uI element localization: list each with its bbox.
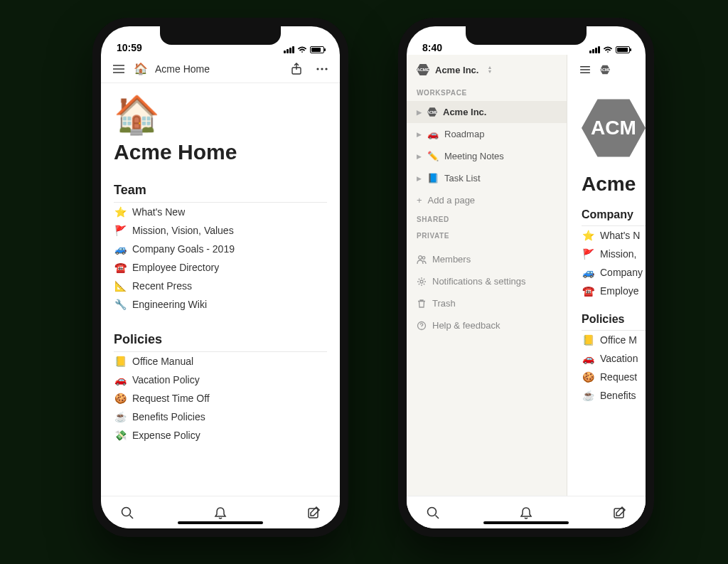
breadcrumb-title[interactable]: Acme Home [155,63,210,75]
sidebar-trash[interactable]: Trash [407,292,567,314]
page-link[interactable]: 🍪Request Time Off [114,389,327,408]
sidebar-item-label: Meeting Notes [444,151,504,161]
add-page-button[interactable]: + Add a page [407,189,567,211]
top-nav: 🏠 Acme Home [101,55,340,83]
link-label: Benefits Policies [132,411,205,422]
page-link[interactable]: ☎️Employe [582,282,646,300]
sidebar-item-roadmap[interactable]: ▶ 🚗 Roadmap [407,123,567,145]
page-link[interactable]: 🚗Vacation [582,349,646,368]
phone-left: 10:59 🏠 Acme Home [92,18,348,537]
link-label: Office M [600,334,637,346]
car-icon: 🚙 [114,243,127,255]
signal-icon [589,46,600,53]
car-icon: 🚙 [582,267,594,278]
link-label: Mission, [600,248,636,260]
notifications-button[interactable] [518,505,534,521]
page-link[interactable]: 📒Office M [582,331,646,349]
svg-point-11 [422,256,425,259]
page-peek[interactable]: ACME ACM Acme Company ⭐What's N 🚩Mission… [567,55,646,528]
page-link[interactable]: ⭐What's N [582,226,646,245]
sidebar-item-label: Notifications & settings [432,276,526,287]
cookie-icon: 🍪 [114,393,127,404]
link-label: Engineering Wiki [132,299,207,310]
page-link[interactable]: ⭐What's New [114,203,327,221]
search-button[interactable] [425,505,441,521]
screen: 10:59 🏠 Acme Home [101,26,340,528]
svg-point-10 [419,255,422,259]
page-icon[interactable]: 🏠 [114,96,327,133]
section-heading-company: Company [582,208,646,221]
svg-point-6 [325,68,327,70]
chevron-right-icon: ▶ [417,175,422,182]
link-label: Employe [600,285,638,297]
share-button[interactable] [289,61,304,77]
page-link[interactable]: 📒Office Manual [114,352,327,371]
chevron-updown-icon: ▲▼ [487,65,492,74]
sidebar-item-meeting-notes[interactable]: ▶ ✏️ Meeting Notes [407,145,567,167]
workspace-badge-icon: ACME [417,63,429,76]
flag-icon: 🚩 [582,248,594,260]
link-label: Company [600,267,643,278]
phone-icon: ☎️ [582,285,594,297]
sidebar-item-label: Trash [432,298,456,309]
workspace-switcher[interactable]: ACME Acme Inc. ▲▼ [407,55,567,85]
link-label: Employee Directory [132,262,219,273]
sidebar-item-label: Task List [444,173,481,183]
plus-icon: + [417,195,422,206]
page-link[interactable]: ☕Benefits [582,386,646,405]
page-title: Acme [582,173,646,196]
menu-button[interactable] [577,62,593,78]
page-link[interactable]: 🔧Engineering Wiki [114,295,327,314]
notifications-button[interactable] [213,505,228,521]
page-link[interactable]: 🚙Company Goals - 2019 [114,240,327,258]
svg-line-8 [130,515,134,518]
page-link[interactable]: 🚙Company [582,263,646,282]
search-button[interactable] [119,505,135,521]
more-button[interactable] [314,61,330,77]
chevron-right-icon: ▶ [417,131,422,138]
svg-point-4 [316,68,318,70]
flag-icon: 🚩 [114,225,127,236]
compose-button[interactable] [306,505,321,521]
page-link[interactable]: 🍪Request [582,368,646,386]
book-icon: 📘 [427,173,439,183]
workspace-badge-icon: ACME [427,107,437,117]
section-heading-policies: Policies [114,332,327,347]
sidebar-settings[interactable]: Notifications & settings [407,270,567,292]
menu-button[interactable] [111,61,127,77]
notch [466,26,587,45]
page-link[interactable]: 🚗Vacation Policy [114,371,327,389]
sidebar-help[interactable]: Help & feedback [407,314,567,336]
status-time: 10:59 [117,42,142,53]
page-link[interactable]: ☎️Employee Directory [114,258,327,277]
sidebar-item-task-list[interactable]: ▶ 📘 Task List [407,167,567,189]
link-label: Vacation [600,353,638,364]
star-icon: ⭐ [114,206,127,218]
sidebar-members[interactable]: Members [407,248,567,270]
workspace-name: Acme Inc. [435,65,478,75]
page-link[interactable]: ☕Benefits Policies [114,408,327,426]
page-link[interactable]: 📐Recent Press [114,277,327,295]
sidebar-item-label: Help & feedback [432,320,500,331]
car-icon: 🚗 [582,353,594,364]
page-link[interactable]: 🚩Mission, [582,245,646,263]
link-label: Expense Policy [132,430,200,441]
wifi-icon [297,46,307,53]
sidebar-item-label: Roadmap [444,129,484,139]
pencil-icon: ✏️ [427,151,439,161]
sidebar-item-acme[interactable]: ▶ ACME Acme Inc. [407,101,567,123]
svg-point-5 [321,68,323,70]
page-link[interactable]: 🚩Mission, Vision, Values [114,221,327,240]
trash-icon [417,299,427,309]
screen: 8:40 ACME Acme Inc. ▲▼ WORKSPACE [407,26,646,528]
gear-icon [417,277,427,287]
star-icon: ⭐ [582,230,594,241]
car-icon: 🚗 [114,374,127,385]
page-title: Acme Home [114,140,327,164]
link-label: Benefits [600,390,636,401]
page-link[interactable]: 💸Expense Policy [114,426,327,445]
home-indicator [178,521,263,524]
signal-icon [284,46,294,53]
compose-button[interactable] [611,505,627,521]
phone-right: 8:40 ACME Acme Inc. ▲▼ WORKSPACE [398,18,654,537]
